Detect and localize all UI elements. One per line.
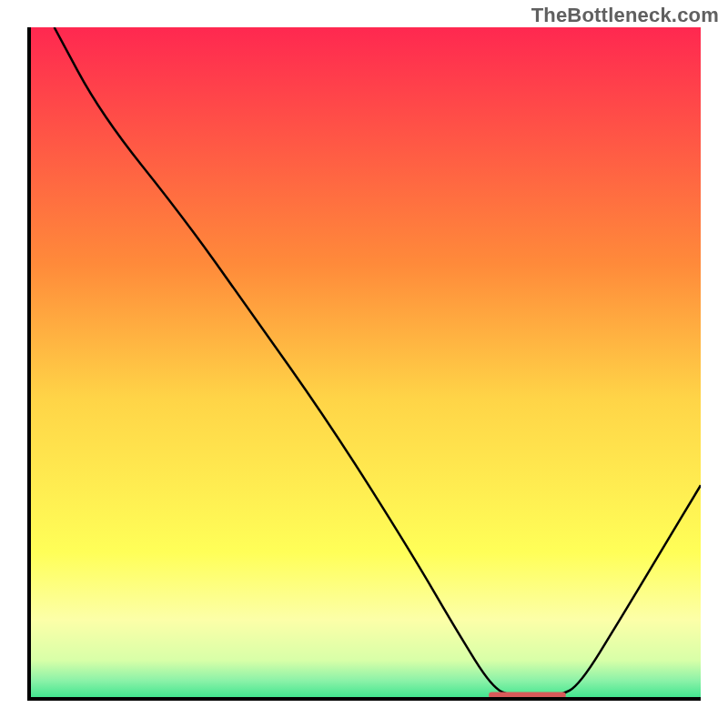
- axes-frame: [27, 27, 701, 701]
- chart-container: TheBottleneck.com: [0, 0, 728, 728]
- watermark-label: TheBottleneck.com: [531, 4, 719, 27]
